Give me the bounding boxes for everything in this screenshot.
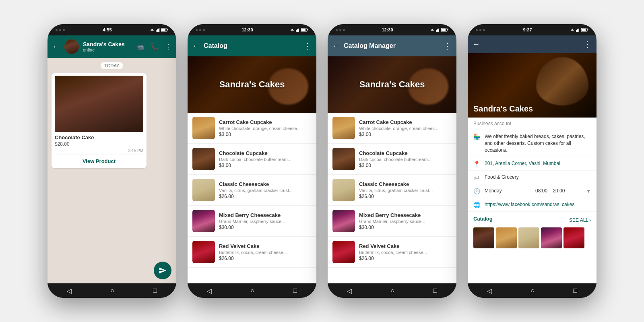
message-bubble: Chocolate Cake $28.00 3:15 PM View Produ…	[52, 73, 147, 168]
more-options-icon[interactable]: ⋮	[165, 43, 171, 51]
status-icons-4	[570, 28, 588, 32]
thumbnail-3[interactable]	[518, 227, 539, 248]
svg-rect-3	[159, 28, 160, 32]
home-nav-button[interactable]: ○	[110, 287, 114, 294]
phone-profile: 9:27 ← ⋮ Sandra's Cakes Business account…	[468, 24, 597, 298]
category-icon: 🏷	[473, 174, 481, 181]
profile-hours-row: 🕐 Monday 08:00 – 20:00 ▼	[468, 184, 597, 198]
profile-address[interactable]: 201, Areniia Corner, Vashi, Mumbai	[485, 160, 591, 167]
thumbnail-4[interactable]	[541, 227, 562, 248]
see-all-button[interactable]: SEE ALL ›	[569, 217, 591, 223]
svg-rect-18	[447, 29, 448, 31]
svg-rect-15	[438, 29, 439, 32]
view-product-button[interactable]: View Product	[55, 155, 143, 166]
chat-info: Sandra's Cakes online	[83, 41, 132, 52]
phone-nav-3: ◁ ○ □	[328, 283, 456, 298]
product-name: Chocolate Cake	[55, 134, 143, 140]
item-desc: Buttermilk, cocoa, cream cheese...	[219, 250, 312, 255]
item-price: $3.00	[359, 163, 452, 168]
website-icon: 🌐	[473, 202, 481, 208]
item-image	[192, 241, 215, 263]
item-name: Carrot Cake Cupcake	[219, 119, 312, 125]
catalog-section-title: Catalog	[473, 216, 493, 222]
chat-back-button[interactable]: ←	[52, 43, 60, 51]
list-item[interactable]: Mixed Berry Cheesecake Grand Marnier, ra…	[328, 206, 456, 237]
item-image	[192, 117, 215, 139]
profile-banner-title: Sandra's Cakes	[468, 100, 539, 118]
thumbnail-5[interactable]	[564, 227, 584, 248]
home-nav-button[interactable]: ○	[530, 287, 535, 294]
manager-more-button[interactable]: ⋮	[444, 41, 452, 51]
hours-expand-icon[interactable]: ▼	[586, 188, 591, 194]
thumbnail-1[interactable]	[473, 227, 494, 248]
profile-hours-day: Monday	[485, 188, 535, 194]
svg-rect-9	[298, 29, 299, 32]
manager-list: Carrot Cake Cupcake White chocolate, ora…	[328, 113, 456, 283]
phone-catalog: 12:30 ← Catalog ⋮ Sandra's Cakes	[188, 24, 316, 298]
list-item[interactable]: Classic Cheesecake Vanilla, citrus, grah…	[188, 175, 316, 206]
catalog-back-button[interactable]: ←	[192, 42, 200, 50]
svg-rect-6	[167, 29, 168, 31]
notch-dots-4	[476, 29, 485, 31]
location-icon: 📍	[473, 161, 481, 167]
description-icon: 🏪	[473, 134, 481, 140]
phone-call-icon[interactable]: 📞	[151, 43, 159, 51]
list-item[interactable]: Chocolate Cupcake Dark cocoa, chocolate …	[328, 144, 456, 175]
status-bar-3: 12:30	[328, 24, 456, 35]
list-item[interactable]: Classic Cheesecake Vanilla, citrus, grah…	[328, 175, 456, 206]
svg-rect-7	[296, 30, 297, 32]
profile-category-row: 🏷 Food & Grocery	[468, 171, 597, 184]
item-name: Chocolate Cupcake	[219, 150, 312, 156]
recents-nav-button[interactable]: □	[433, 287, 437, 294]
svg-rect-14	[437, 29, 438, 32]
item-image	[332, 117, 355, 139]
item-image	[192, 148, 215, 170]
back-nav-button[interactable]: ◁	[207, 287, 212, 295]
list-item[interactable]: Mixed Berry Cheesecake Grand Marnier, ra…	[188, 206, 316, 237]
profile-hours-time: 08:00 – 20:00	[535, 188, 586, 194]
profile-website[interactable]: https://www.facebook.com/sandras_cakes	[485, 201, 591, 208]
list-item[interactable]: Red Velvet Cake Buttermilk, cocoa, cream…	[328, 237, 456, 268]
home-nav-button[interactable]: ○	[390, 287, 394, 294]
status-bar-1: 4:55	[47, 24, 176, 35]
manager-title: Catalog Manager	[344, 42, 440, 50]
list-item[interactable]: Red Velvet Cake Buttermilk, cocoa, cream…	[188, 237, 316, 268]
item-info: Red Velvet Cake Buttermilk, cocoa, cream…	[219, 243, 312, 261]
catalog-more-button[interactable]: ⋮	[303, 41, 312, 51]
chat-contact-name: Sandra's Cakes	[83, 41, 132, 47]
phone-catalog-manager: 12:30 ← Catalog Manager ⋮ Sandra's Cakes	[328, 24, 456, 298]
chat-contact-status: online	[83, 47, 132, 52]
home-nav-button[interactable]: ○	[250, 287, 254, 294]
item-price: $30.00	[359, 225, 452, 230]
phone-1-screen: ← Sandra's Cakes online 📹 📞 ⋮ TODAY	[47, 35, 176, 283]
item-desc: Dark cocoa, chocolate buttercream...	[219, 157, 312, 162]
recents-nav-button[interactable]: □	[293, 287, 297, 294]
video-call-icon[interactable]: 📹	[136, 43, 144, 51]
recents-nav-button[interactable]: □	[153, 287, 157, 294]
list-item[interactable]: Chocolate Cupcake Dark cocoa, chocolate …	[188, 144, 316, 175]
thumbnail-2[interactable]	[496, 227, 517, 248]
recents-nav-button[interactable]: □	[573, 287, 577, 294]
back-nav-button[interactable]: ◁	[487, 287, 492, 295]
item-image	[332, 241, 355, 263]
manager-back-button[interactable]: ←	[332, 42, 340, 50]
item-image	[332, 148, 355, 170]
item-info: Carrot Cake Cupcake White chocolate, ora…	[359, 119, 452, 137]
item-info: Chocolate Cupcake Dark cocoa, chocolate …	[219, 150, 312, 168]
notch-dots	[56, 29, 65, 31]
item-price: $3.00	[219, 132, 312, 137]
catalog-title: Catalog	[204, 42, 299, 50]
phone-nav-4: ◁ ○ □	[468, 283, 597, 298]
profile-more-button[interactable]: ⋮	[584, 39, 592, 49]
time-display-2: 12:30	[242, 27, 253, 32]
manager-banner: Sandra's Cakes	[328, 56, 456, 113]
list-item[interactable]: Carrot Cake Cupcake White chocolate, ora…	[328, 113, 456, 144]
list-item[interactable]: Carrot Cake Cupcake White chocolate, ora…	[188, 113, 316, 144]
time-display-3: 12:30	[382, 27, 393, 32]
item-name: Classic Cheesecake	[359, 181, 452, 187]
back-nav-button[interactable]: ◁	[67, 287, 72, 295]
profile-back-button[interactable]: ←	[473, 40, 480, 49]
back-nav-button[interactable]: ◁	[347, 287, 352, 295]
message-time: 3:15 PM	[55, 149, 143, 153]
send-button[interactable]	[154, 262, 171, 279]
